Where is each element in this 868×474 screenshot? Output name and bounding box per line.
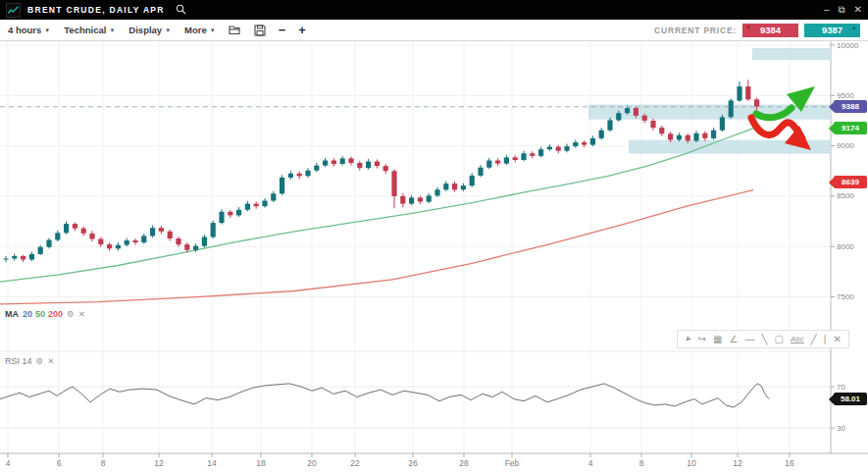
svg-text:12: 12 bbox=[733, 458, 742, 468]
ma50-badge: 9174 bbox=[834, 122, 867, 134]
svg-text:22: 22 bbox=[350, 458, 360, 468]
svg-text:8: 8 bbox=[101, 458, 106, 468]
text-tool[interactable]: Abc bbox=[791, 332, 804, 346]
svg-text:20: 20 bbox=[307, 458, 317, 468]
projection-zone bbox=[752, 48, 830, 60]
bid-price-badge: ▼ 9384 bbox=[742, 24, 798, 37]
ask-price-badge: 9387 ▲ bbox=[804, 24, 860, 37]
trend-line-tool[interactable]: ╲ bbox=[762, 332, 768, 346]
svg-text:10: 10 bbox=[687, 458, 696, 468]
timeframe-menu[interactable]: 4 hours▼ bbox=[8, 25, 50, 35]
svg-text:18: 18 bbox=[256, 458, 266, 468]
current-price-label: CURRENT PRICE: bbox=[654, 26, 737, 35]
price-chart-canvas[interactable]: 1000095009000850080007500703046812141820… bbox=[0, 41, 868, 474]
price-line-badge: 9388 bbox=[834, 100, 867, 113]
rsi-legend-title: RSI 14 bbox=[5, 356, 32, 366]
chart-title: BRENT CRUDE, DAILY APR bbox=[27, 5, 165, 15]
chevron-down-icon: ▼ bbox=[109, 27, 115, 33]
svg-text:8000: 8000 bbox=[837, 242, 854, 251]
up-mark-icon: ▲ bbox=[851, 25, 857, 30]
chart-toolbar: 4 hours▼Technical▼Display▼More▼ − + CURR… bbox=[0, 20, 868, 41]
svg-text:8: 8 bbox=[639, 458, 644, 468]
more-menu[interactable]: More▼ bbox=[184, 25, 216, 35]
ma-legend: MA 2050200 ⚙ ✕ bbox=[5, 309, 85, 319]
display-menu[interactable]: Display▼ bbox=[128, 25, 171, 35]
ma-period-20: 20 bbox=[23, 309, 32, 319]
chevron-down-icon: ▼ bbox=[210, 27, 216, 33]
drawing-toolbar: ➤↪▦∠—╲▢Abc╱|✕ bbox=[677, 330, 849, 348]
svg-text:9500: 9500 bbox=[837, 91, 854, 100]
svg-text:12: 12 bbox=[154, 458, 164, 468]
ma-remove-icon[interactable]: ✕ bbox=[78, 309, 85, 319]
svg-text:30: 30 bbox=[837, 424, 845, 433]
chevron-down-icon: ▼ bbox=[165, 27, 171, 33]
ma-period-200: 200 bbox=[48, 309, 63, 319]
svg-text:16: 16 bbox=[785, 458, 794, 468]
line-tool[interactable]: ╱ bbox=[811, 332, 817, 346]
rsi-settings-gear-icon[interactable]: ⚙ bbox=[36, 356, 44, 366]
svg-text:6: 6 bbox=[57, 458, 62, 468]
ma200-badge: 8639 bbox=[834, 176, 867, 188]
titlebar: BRENT CRUDE, DAILY APR – ⧉ ✕ bbox=[0, 0, 868, 20]
rsi-line bbox=[0, 384, 769, 407]
minimize-button[interactable]: – bbox=[824, 5, 830, 15]
svg-text:26: 26 bbox=[408, 458, 418, 468]
toolbar-divider: | bbox=[824, 332, 827, 346]
zoom-in-button[interactable]: + bbox=[298, 25, 306, 36]
close-drawbar[interactable]: ✕ bbox=[833, 332, 841, 346]
svg-text:8500: 8500 bbox=[837, 191, 854, 200]
grid-tool[interactable]: ▦ bbox=[713, 332, 722, 346]
fan-lines-tool[interactable]: ∠ bbox=[730, 332, 739, 346]
zoom-out-button[interactable]: − bbox=[279, 25, 286, 36]
save-icon[interactable] bbox=[254, 25, 266, 36]
technical-menu[interactable]: Technical▼ bbox=[64, 25, 115, 35]
app-window: BRENT CRUDE, DAILY APR – ⧉ ✕ 4 hours▼Tec… bbox=[0, 0, 868, 474]
svg-text:4: 4 bbox=[6, 458, 11, 468]
svg-text:9000: 9000 bbox=[837, 141, 854, 150]
ma-legend-title: MA bbox=[5, 309, 19, 319]
svg-text:70: 70 bbox=[837, 383, 845, 392]
open-folder-icon[interactable] bbox=[229, 25, 241, 35]
chart-region: 1000095009000850080007500703046812141820… bbox=[0, 41, 868, 474]
down-mark-icon: ▼ bbox=[745, 25, 751, 30]
svg-text:28: 28 bbox=[459, 458, 469, 468]
chevron-down-icon: ▼ bbox=[44, 27, 50, 33]
rectangle-tool[interactable]: ▢ bbox=[775, 332, 784, 346]
search-icon[interactable] bbox=[176, 1, 186, 19]
popout-icon[interactable]: ⧉ bbox=[838, 5, 844, 15]
svg-text:10000: 10000 bbox=[837, 41, 859, 50]
elbow-line-tool[interactable]: ↪ bbox=[698, 332, 706, 346]
ma200-line bbox=[0, 190, 753, 304]
close-button[interactable]: ✕ bbox=[854, 5, 862, 15]
grid-layer bbox=[0, 41, 831, 453]
svg-text:7500: 7500 bbox=[837, 292, 854, 301]
svg-text:Feb: Feb bbox=[505, 458, 520, 468]
cursor-tool[interactable]: ➤ bbox=[681, 332, 695, 346]
svg-text:4: 4 bbox=[588, 458, 593, 468]
rsi-badge: 58.01 bbox=[834, 393, 867, 405]
app-logo-icon bbox=[6, 3, 21, 18]
horizontal-line-tool[interactable]: — bbox=[745, 332, 755, 346]
ma-period-50: 50 bbox=[35, 309, 45, 319]
rsi-remove-icon[interactable]: ✕ bbox=[47, 356, 54, 366]
svg-text:14: 14 bbox=[207, 458, 217, 468]
rsi-legend: RSI 14 ⚙ ✕ bbox=[5, 356, 54, 366]
ma-settings-gear-icon[interactable]: ⚙ bbox=[67, 309, 75, 319]
